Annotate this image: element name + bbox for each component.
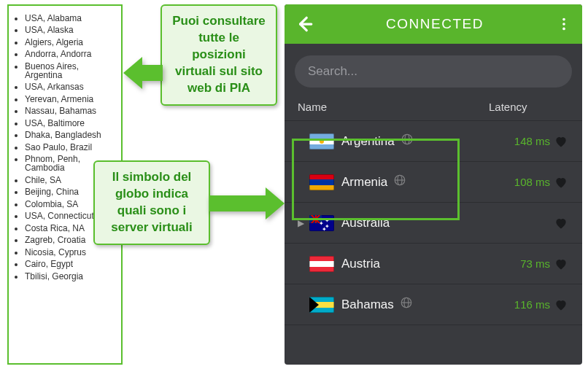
arrow-right-icon [209,187,285,220]
location-item: Dhaka, Bangladesh [25,131,115,139]
server-latency: 116 ms [496,298,550,311]
expand-icon[interactable]: ▶ [295,218,306,228]
server-row[interactable]: Austria73 ms [285,244,582,284]
favorite-icon[interactable] [550,175,572,190]
callout-globe-symbol: Il simbolo del globo indica quali sono i… [93,160,210,245]
search-placeholder: Search... [308,64,357,79]
favorite-icon[interactable] [550,134,572,149]
server-name: Argentina [341,133,496,149]
favorite-icon[interactable] [550,298,572,312]
location-item: Andorra, Andorra [25,50,115,58]
server-name: Bahamas [341,296,496,313]
location-item: Yerevan, Armenia [25,95,115,104]
server-latency: 148 ms [496,135,550,147]
flag-icon [309,133,334,149]
location-item: USA, Alaska [25,26,115,34]
server-row[interactable]: Argentina 148 ms [285,121,582,162]
flag-icon [309,215,334,231]
location-item: Buenos Aires, Argentina [25,62,115,79]
location-item: Algiers, Algeria [25,38,115,47]
back-icon[interactable] [295,15,314,34]
arrow-left-icon [123,57,163,89]
location-item: Nicosia, Cyprus [25,248,115,257]
favorite-icon[interactable] [550,257,572,271]
location-item: Sao Paulo, Brazil [25,143,115,152]
server-name: Armenia [341,174,496,190]
server-latency: 73 ms [496,257,550,270]
flag-icon [309,297,334,313]
search-input[interactable]: Search... [295,55,572,88]
svg-point-1 [562,18,565,21]
flag-icon [309,174,334,190]
server-name: Australia [341,216,496,230]
column-name: Name [298,101,489,113]
server-name: Austria [341,257,496,271]
flag-icon [309,256,334,272]
vpn-app-panel: CONNECTED Search... Name Latency Argenti… [285,4,582,365]
server-row[interactable]: Armenia 108 ms [285,162,582,203]
server-latency: 108 ms [496,176,550,188]
server-list-header: Name Latency [285,95,582,121]
svg-point-3 [562,28,565,31]
server-list: Argentina 148 msArmenia 108 ms▶Australia… [285,121,582,365]
location-item: Tbilisi, Georgia [25,272,115,281]
location-item: USA, Alabama [25,14,115,23]
server-row[interactable]: ▶Australia [285,203,582,244]
globe-icon [401,133,414,149]
location-item: USA, Arkansas [25,82,115,91]
app-header: CONNECTED [285,4,582,44]
callout-website-locations: Puoi consultare tutte le posizioni virtu… [160,4,277,106]
svg-point-2 [562,23,565,26]
globe-icon [400,296,413,313]
location-item: USA, Baltimore [25,119,115,128]
location-item: Nassau, Bahamas [25,106,115,115]
location-item: Cairo, Egypt [25,260,115,268]
globe-icon [393,174,406,190]
column-latency: Latency [489,101,569,113]
favorite-icon[interactable] [550,216,572,230]
connection-status: CONNECTED [386,16,484,32]
kebab-menu-icon[interactable] [556,16,572,32]
server-row[interactable]: Bahamas 116 ms [285,284,582,325]
